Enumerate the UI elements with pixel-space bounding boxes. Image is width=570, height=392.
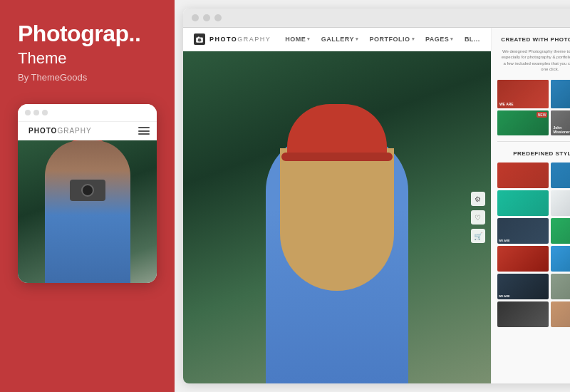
left-panel: Photograp.. Theme By ThemeGoods [0,0,175,392]
svg-point-4 [198,38,202,42]
nav-link-home[interactable]: HOME ▾ [285,36,311,43]
mobile-dots [25,110,48,115]
thumb-2 [551,80,570,108]
mobile-top-bar [18,104,157,122]
right-panel: PHOTOGRAPHY HOME ▾ GALLERY ▾ P [175,0,570,392]
chevron-down-icon: ▾ [412,36,415,42]
nav-link-portfolio[interactable]: PORTFOLIO ▾ [370,36,415,43]
mobile-preview: PHOTOGRAPHY [18,104,157,283]
site-logo-icon [194,33,205,45]
thumb-16 [551,301,570,327]
site-camera-icon [195,35,204,43]
mobile-person-figure [18,140,157,283]
thumb-13: WE ARE [497,274,549,299]
thumb-11 [497,246,549,272]
svg-rect-5 [198,36,200,38]
site-hero: ⚙ ♡ 🛒 [183,51,491,383]
thumb-7 [497,190,549,216]
mobile-logo: PHOTOGRAPHY [25,127,92,135]
browser-content: PHOTOGRAPHY HOME ▾ GALLERY ▾ P [183,28,570,383]
mobile-dot-2 [33,110,39,115]
mobile-dot-1 [25,110,31,115]
thumb-14 [551,274,570,299]
hero-person [237,113,437,383]
thumb-3: NEW [497,110,549,135]
site-main: PHOTOGRAPHY HOME ▾ GALLERY ▾ P [183,28,491,383]
browser-dot-3 [214,14,222,21]
new-badge: NEW [537,112,548,118]
theme-title: Photograp.. [18,21,157,46]
mobile-hero-image [18,140,157,283]
mobile-camera-lens [81,184,94,197]
thumbnail-grid-1: WE ARE NEW JohnMissioner [497,80,570,135]
thumb-9: WE ARE [497,218,549,244]
thumbnail-grid-2: WE ARE WE ARE [497,163,570,327]
sidebar-section1-title: CREATED WITH PHOTOGRAPHY [497,33,570,44]
hero-hair [280,148,394,291]
thumb-12 [551,246,570,272]
chevron-down-icon: ▾ [356,36,359,42]
theme-author: By ThemeGoods [18,72,157,83]
mobile-person-body [45,140,130,283]
hamburger-icon[interactable] [138,127,150,135]
nav-link-blog[interactable]: BL... [465,36,480,43]
thumb-6 [551,163,570,188]
hero-hat [287,104,387,158]
sidebar-section2-title: PREDEFINED STYLINGS [497,148,570,158]
chevron-down-icon: ▾ [307,36,311,42]
thumb-1: WE ARE [497,80,549,108]
browser-dot-1 [192,14,199,21]
nav-link-pages[interactable]: PAGES ▾ [425,36,454,43]
thumb-5 [497,163,549,188]
cart-icon[interactable]: 🛒 [471,229,485,243]
thumb-15 [497,301,549,327]
site-logo-text: PHOTOGRAPHY [209,36,271,43]
site-nav: PHOTOGRAPHY HOME ▾ GALLERY ▾ P [183,28,491,51]
site-nav-links: HOME ▾ GALLERY ▾ PORTFOLIO ▾ PAGES [285,36,480,43]
settings-icon[interactable]: ⚙ [471,192,485,206]
mobile-camera [70,180,105,201]
mobile-logo-text: PHOTOGRAPHY [28,127,92,135]
thumb-8 [551,190,570,216]
bookmark-icon[interactable]: ♡ [471,210,485,225]
theme-subtitle: Theme [18,49,157,68]
browser-chrome [183,9,570,28]
mobile-nav-bar: PHOTOGRAPHY [18,122,157,140]
chevron-down-icon: ▾ [450,36,454,42]
browser-window: PHOTOGRAPHY HOME ▾ GALLERY ▾ P [183,9,570,383]
hero-sidebar-icons: ⚙ ♡ 🛒 [471,192,485,243]
sidebar-divider-1 [497,141,570,142]
browser-dot-2 [203,14,210,21]
site-sidebar: CREATED WITH PHOTOGRAPHY We designed Pho… [491,28,570,383]
site-logo: PHOTOGRAPHY [194,33,271,45]
mobile-dot-3 [42,110,48,115]
nav-link-gallery[interactable]: GALLERY ▾ [321,36,359,43]
thumb-4: JohnMissioner [551,110,570,135]
thumb-10 [551,218,570,244]
sidebar-section1-desc: We designed Photography theme to make it… [497,48,570,76]
